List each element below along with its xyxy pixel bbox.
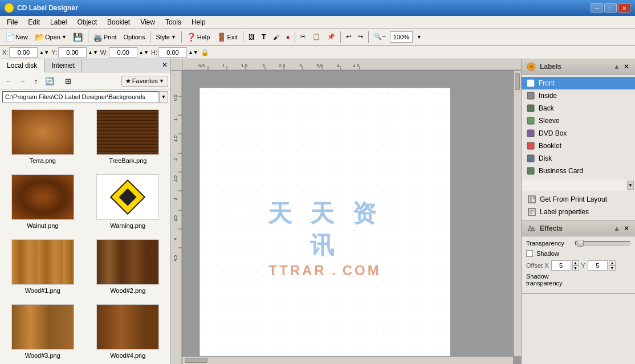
offset-x-down[interactable]: ▼ xyxy=(572,265,579,271)
w-input[interactable] xyxy=(109,47,137,58)
offset-x-input[interactable] xyxy=(551,260,571,271)
nav-refresh-button[interactable]: 🔄 xyxy=(43,75,56,87)
menu-label[interactable]: Label xyxy=(46,17,71,27)
offset-y-down[interactable]: ▼ xyxy=(609,265,616,271)
labels-header[interactable]: Labels ▲ ✕ xyxy=(522,59,635,75)
print-button[interactable]: 🖨️ Print xyxy=(91,30,120,44)
effects-expand-icon[interactable]: ▲ xyxy=(613,224,620,232)
help-button[interactable]: ❓ Help xyxy=(184,30,213,44)
text-tool[interactable]: T xyxy=(259,30,269,44)
file-grid: Terra.pngTreeBark.pngWalnut.pngWarning.p… xyxy=(0,104,170,364)
effects-header[interactable]: Effects ▲ ✕ xyxy=(522,221,635,236)
transparency-slider[interactable] xyxy=(575,241,630,246)
file-item-warning[interactable]: Warning.png xyxy=(88,171,169,232)
svg-text:0,5: 0,5 xyxy=(173,94,178,101)
path-dropdown[interactable]: ▼ xyxy=(159,91,168,103)
zoom-input[interactable] xyxy=(390,31,413,43)
offset-y-up[interactable]: ▲ xyxy=(609,260,616,265)
list-scroll-down[interactable]: ▼ xyxy=(627,181,634,190)
menu-object[interactable]: Object xyxy=(72,17,101,27)
file-item-terra[interactable]: Terra.png xyxy=(2,107,83,167)
shape-tool[interactable]: ● xyxy=(283,30,293,44)
svg-text:2,5: 2,5 xyxy=(279,63,286,68)
folder-view-button[interactable]: ⊞ xyxy=(62,75,74,87)
tab-internet[interactable]: Internet xyxy=(44,59,82,72)
effects-title: Effects xyxy=(540,224,563,232)
label-properties-button[interactable]: Label properties xyxy=(524,206,633,218)
canvas-scrollbar-horizontal[interactable] xyxy=(182,356,513,364)
path-input[interactable] xyxy=(2,91,159,103)
offset-x-up[interactable]: ▲ xyxy=(572,260,579,265)
close-button[interactable]: ✕ xyxy=(618,3,630,13)
scroll-thumb-vertical[interactable] xyxy=(515,73,520,90)
watermark-cn: 天 天 资 讯 xyxy=(263,198,388,261)
open-button[interactable]: 📂 Open ▼ xyxy=(32,30,70,44)
canvas-content[interactable]: 天 天 资 讯 TTRAR．COM xyxy=(182,71,521,364)
x-input[interactable] xyxy=(9,47,38,58)
menu-booklet[interactable]: Booklet xyxy=(103,17,135,27)
brush-tool[interactable]: 🖌 xyxy=(270,30,282,44)
menu-tools[interactable]: Tools xyxy=(161,17,186,27)
y-input[interactable] xyxy=(58,47,87,58)
exit-button[interactable]: 🚪 Exit xyxy=(214,30,240,44)
get-from-layout-button[interactable]: Get From Print Layout xyxy=(524,193,633,206)
path-bar: ▼ xyxy=(0,90,170,104)
zoom-down-arrow[interactable]: ▼ xyxy=(414,30,425,44)
file-label-walnut: Walnut.png xyxy=(27,222,58,229)
effects-close-icon[interactable]: ✕ xyxy=(622,224,630,232)
undo-tool[interactable]: ↩ xyxy=(343,30,354,44)
nav-forward-button[interactable]: → xyxy=(16,75,29,87)
minimize-button[interactable]: ─ xyxy=(591,3,603,13)
file-thumb-wood1 xyxy=(11,239,74,285)
new-button[interactable]: 📄 New xyxy=(2,30,31,44)
label-item-dvdbox[interactable]: DVD Box xyxy=(522,127,635,140)
file-item-walnut[interactable]: Walnut.png xyxy=(2,171,83,232)
left-panel: ✕ Local disk Internet ← → ↑ 🔄 ⊞ ★ Favori… xyxy=(0,59,171,364)
labels-expand-icon[interactable]: ▲ xyxy=(613,63,620,71)
scroll-thumb-horizontal[interactable] xyxy=(185,358,207,363)
menu-help[interactable]: Help xyxy=(187,17,210,27)
label-item-sleeve[interactable]: Sleeve xyxy=(522,114,635,127)
zoom-out-tool[interactable]: 🔍− xyxy=(371,30,388,44)
offset-y-spinner: ▲ ▼ xyxy=(609,260,616,271)
file-item-wood4[interactable]: Wood#4.png xyxy=(88,301,169,362)
label-item-front[interactable]: Front xyxy=(522,77,635,89)
shadow-checkbox[interactable] xyxy=(526,250,533,257)
favorites-button[interactable]: ★ Favorites ▼ xyxy=(121,76,168,87)
offset-y-group: ▲ ▼ xyxy=(588,260,616,271)
image-tool[interactable]: 🖼 xyxy=(246,30,258,44)
nav-back-button[interactable]: ← xyxy=(2,75,15,87)
label-item-businesscard[interactable]: Business Card xyxy=(522,165,635,177)
options-button[interactable]: Options xyxy=(120,30,148,44)
transparency-thumb[interactable] xyxy=(577,240,584,247)
offset-y-input[interactable] xyxy=(588,260,608,271)
file-item-wood2[interactable]: Wood#2.png xyxy=(88,236,169,297)
h-input[interactable] xyxy=(158,47,187,58)
file-item-wood3[interactable]: Wood#3.png xyxy=(2,301,83,362)
copy-tool[interactable]: 📋 xyxy=(310,30,323,44)
menu-view[interactable]: View xyxy=(136,17,160,27)
maximize-button[interactable]: □ xyxy=(604,3,617,13)
cut-tool[interactable]: ✂ xyxy=(298,30,308,44)
label-item-inside[interactable]: Inside xyxy=(522,89,635,102)
style-button[interactable]: Style ▼ xyxy=(153,30,178,44)
lock-icon[interactable]: 🔒 xyxy=(201,48,209,56)
paste-tool[interactable]: 📌 xyxy=(324,30,338,44)
menu-file[interactable]: File xyxy=(2,17,22,27)
h-field: H: ▲▼ xyxy=(151,47,198,58)
file-item-treebark[interactable]: TreeBark.png xyxy=(88,107,169,167)
file-label-wood4: Wood#4.png xyxy=(110,352,145,359)
menu-edit[interactable]: Edit xyxy=(23,17,44,27)
label-item-booklet[interactable]: Booklet xyxy=(522,140,635,152)
label-item-disk[interactable]: Disk xyxy=(522,152,635,165)
left-panel-close[interactable]: ✕ xyxy=(160,60,169,69)
file-item-wood1[interactable]: Wood#1.png xyxy=(2,236,83,297)
tab-local-disk[interactable]: Local disk xyxy=(0,59,44,72)
canvas-scrollbar-vertical[interactable] xyxy=(513,71,521,356)
save-button[interactable]: 💾 xyxy=(71,30,86,44)
redo-tool[interactable]: ↪ xyxy=(355,30,366,44)
labels-close-icon[interactable]: ✕ xyxy=(622,63,630,71)
file-thumb-warning xyxy=(96,174,159,220)
label-item-back[interactable]: Back xyxy=(522,102,635,114)
nav-up-button[interactable]: ↑ xyxy=(30,75,42,87)
